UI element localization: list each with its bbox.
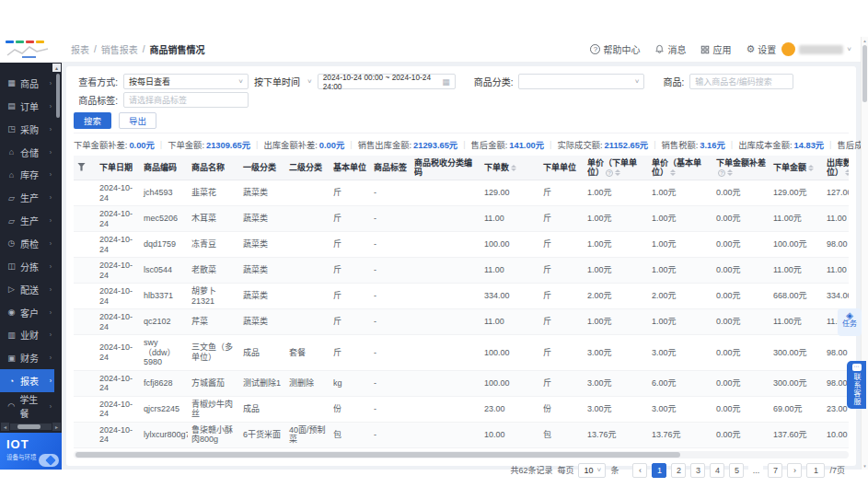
sort-icon[interactable] bbox=[670, 169, 676, 176]
table-cell: 斤 bbox=[330, 335, 370, 371]
column-header-下单金额补差[interactable]: 下单金额补差? bbox=[712, 156, 770, 180]
gear-icon: ⚙ bbox=[746, 43, 755, 55]
column-header-下单金额[interactable]: 下单金额 bbox=[770, 156, 823, 180]
next-page-button[interactable]: › bbox=[787, 463, 802, 478]
sort-icon[interactable] bbox=[615, 169, 620, 176]
chevron-right-icon: › bbox=[50, 80, 52, 87]
search-button[interactable]: 搜索 bbox=[74, 112, 111, 129]
filter-icon[interactable] bbox=[77, 163, 86, 171]
page-jump-input[interactable]: 1 bbox=[806, 463, 825, 478]
time-type-select[interactable]: 按下单时间 ˅ bbox=[254, 75, 312, 88]
page-button-2[interactable]: 2 bbox=[671, 463, 686, 478]
prev-page-button[interactable]: ‹ bbox=[632, 463, 647, 478]
table-cell: 青椒炒牛肉丝 bbox=[188, 396, 239, 422]
app-logo[interactable] bbox=[0, 37, 62, 63]
column-header-下单数[interactable]: 下单数 bbox=[480, 156, 539, 180]
table-cell: 668.00元 bbox=[770, 284, 823, 309]
table-cell: 100.00 bbox=[480, 370, 539, 396]
user-menu[interactable]: ˅ bbox=[781, 42, 851, 56]
topbar-action-help-center[interactable]: ?帮助中心 bbox=[590, 42, 640, 56]
table-cell bbox=[411, 396, 480, 422]
sidebar-hscroll-thumb[interactable] bbox=[17, 424, 41, 429]
report-table-wrap: 下单日期商品编码商品名称一级分类二级分类基本单位商品标签商品税收分类编码下单数下… bbox=[74, 156, 849, 448]
chevron-right-icon: › bbox=[50, 377, 52, 384]
sidebar-item-学生餐[interactable]: ◠学生餐› bbox=[0, 392, 54, 420]
avatar[interactable] bbox=[781, 42, 795, 56]
sort-icon[interactable] bbox=[808, 165, 814, 171]
calendar-icon: ▦ bbox=[442, 77, 450, 87]
table-horizontal-scrollbar[interactable] bbox=[74, 451, 849, 458]
sidebar-item-质检[interactable]: ◷质检› bbox=[0, 232, 54, 255]
tag-placeholder: 请选择商品标签 bbox=[129, 94, 187, 106]
column-header-单价（基本单位）[interactable]: 单价（基本单位） bbox=[648, 156, 712, 180]
page-button-1[interactable]: 1 bbox=[652, 463, 666, 478]
sidebar-item-生产[interactable]: ▱生产› bbox=[0, 186, 54, 209]
iot-banner[interactable]: IOT 设备与环境 bbox=[0, 433, 62, 470]
sidebar-item-label: 仓储 bbox=[20, 145, 39, 159]
sidebar-item-label: 质检 bbox=[20, 237, 39, 250]
page-button-5[interactable]: 5 bbox=[729, 463, 744, 478]
table-cell: - bbox=[370, 258, 411, 284]
sidebar-item-生产[interactable]: ▱生产› bbox=[0, 209, 54, 232]
sort-icon[interactable] bbox=[727, 169, 733, 176]
table-cell: 11.00元 bbox=[770, 258, 823, 284]
table-cell: 129.00 bbox=[480, 180, 539, 206]
column-header-filter[interactable] bbox=[74, 156, 96, 180]
sidebar-item-配送[interactable]: ▷配送› bbox=[0, 278, 54, 301]
category-select[interactable]: ˅ bbox=[518, 74, 644, 89]
topbar-action-messages[interactable]: 消息 bbox=[654, 42, 686, 56]
scroll-right-icon[interactable]: ▸ bbox=[52, 423, 61, 431]
summary-divider: | bbox=[550, 140, 551, 149]
table-cell: - bbox=[370, 370, 411, 396]
sidebar-item-仓储[interactable]: ⌂仓储› bbox=[0, 141, 54, 164]
sidebar-item-财务[interactable]: ▣财务› bbox=[0, 346, 54, 369]
sidebar-item-商品[interactable]: ▦商品› bbox=[0, 72, 54, 95]
report-panel: 查看方式: 按每日查看 ˅ 按下单时间 ˅ 2024-10-24 00:00 ~… bbox=[66, 66, 856, 466]
page-button-4[interactable]: 4 bbox=[710, 463, 724, 478]
scroll-down-icon[interactable]: ▾ bbox=[862, 463, 868, 469]
column-header-单价（下单单位）[interactable]: 单价（下单单位）? bbox=[584, 156, 648, 180]
sidebar-item-客户[interactable]: ◉客户› bbox=[0, 301, 54, 324]
date-range-input[interactable]: 2024-10-24 00:00 ~ 2024-10-24 24:00 ▦ bbox=[318, 74, 456, 89]
table-cell bbox=[285, 180, 330, 206]
contact-support-button[interactable]: ⋯ 联系客服 bbox=[847, 361, 866, 409]
sidebar-vertical-scrollbar[interactable] bbox=[56, 74, 60, 118]
column-label: 商品税收分类编码 bbox=[414, 158, 472, 177]
row-icon-cell bbox=[74, 232, 96, 258]
sidebar-item-采购[interactable]: ◳采购› bbox=[0, 118, 54, 141]
table-cell: 老散菜 bbox=[188, 258, 239, 284]
sort-icon[interactable] bbox=[845, 169, 849, 176]
table-hscroll-thumb[interactable] bbox=[75, 452, 680, 458]
column-header-出库数（下单单位）[interactable]: 出库数（下单单位） bbox=[823, 156, 849, 180]
table-cell: 0.00元 bbox=[712, 370, 770, 396]
sidebar-item-订单[interactable]: ▤订单› bbox=[0, 95, 54, 118]
export-button[interactable]: 导出 bbox=[119, 112, 156, 129]
per-page-select[interactable]: 10 ˅ bbox=[578, 463, 606, 478]
scroll-left-icon[interactable]: ◂ bbox=[1, 423, 9, 431]
column-header-商品名称: 商品名称 bbox=[188, 156, 239, 180]
summary-label: 出库成本金额: bbox=[738, 141, 792, 150]
sidebar-hscroll-track[interactable] bbox=[10, 424, 52, 430]
summary-value: 21309.65元 bbox=[206, 141, 250, 150]
product-search-input[interactable]: 输入商品名/编码搜索 bbox=[689, 74, 793, 89]
sidebar-scroll-up-icon[interactable]: ▴ bbox=[52, 64, 61, 72]
task-fab-button[interactable]: ◈ 任务 bbox=[838, 308, 862, 336]
sidebar-item-业财[interactable]: ▥业财› bbox=[0, 323, 54, 346]
sort-icon[interactable] bbox=[511, 165, 516, 171]
tag-select-input[interactable]: 请选择商品标签 bbox=[123, 92, 249, 108]
sidebar-item-报表[interactable]: ◔报表› bbox=[0, 369, 54, 392]
page-button-3[interactable]: 3 bbox=[690, 463, 705, 478]
topbar-action-settings[interactable]: ⚙设置 bbox=[746, 42, 776, 56]
view-mode-select[interactable]: 按每日查看 ˅ bbox=[123, 74, 249, 89]
breadcrumb-item-2[interactable]: 销售报表 bbox=[101, 42, 138, 56]
topbar-action-apps[interactable]: 应用 bbox=[700, 42, 731, 56]
table-cell bbox=[411, 232, 480, 258]
sidebar-item-库存[interactable]: ⌂库存› bbox=[0, 163, 54, 186]
sidebar-item-icon: ⌂ bbox=[6, 170, 17, 180]
scroll-up-icon[interactable]: ▴ bbox=[862, 38, 868, 43]
sidebar-item-分拣[interactable]: ◫分拣› bbox=[0, 255, 54, 278]
page-button-7[interactable]: 7 bbox=[768, 463, 782, 478]
sidebar-horizontal-scrollbar[interactable]: ◂ ▸ bbox=[1, 423, 61, 431]
window-vscroll-thumb[interactable] bbox=[862, 45, 867, 102]
breadcrumb-item-1[interactable]: 报表 bbox=[71, 42, 89, 56]
